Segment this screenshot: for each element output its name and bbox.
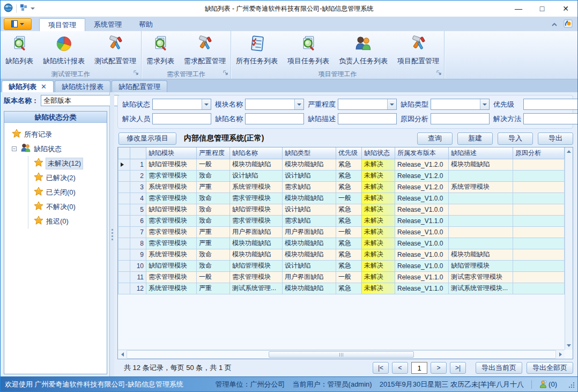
filter-select-严重程度[interactable] [338, 99, 397, 110]
dialog-launcher-icon[interactable] [436, 70, 442, 77]
chevron-down-icon[interactable] [202, 99, 211, 109]
ribbon-tab-系统管理[interactable]: 系统管理 [85, 18, 130, 31]
filter-select-优先级[interactable] [523, 99, 577, 110]
filter-input-原因分析[interactable] [431, 113, 490, 124]
需求配置管理-button[interactable]: 需求配置管理 [179, 33, 231, 68]
filter-input-缺陷名称[interactable] [245, 113, 304, 124]
项目配置管理-button[interactable]: 项目配置管理 [392, 33, 444, 68]
table-row[interactable]: 1缺陷管理模块一般模块功能缺陷模块功能缺陷紧急未解决Release_V1.2.0… [118, 159, 565, 170]
collapse-ribbon-icon[interactable] [551, 20, 558, 29]
column-header-原因分析[interactable]: 原因分析 [513, 147, 565, 159]
ribbon-tab-项目管理[interactable]: 项目管理 [39, 18, 85, 31]
导出-button[interactable]: 导出 [538, 132, 573, 145]
doc-tab-缺陷配置管理[interactable]: 缺陷配置管理 [112, 80, 167, 92]
tree-item-缺陷状态[interactable]: −缺陷状态 [12, 142, 105, 156]
column-header-缺陷名称[interactable]: 缺陷名称 [230, 147, 283, 159]
first-page-button[interactable]: |< [373, 362, 389, 374]
layout-toggle-icon[interactable] [20, 4, 27, 13]
doc-tab-缺陷统计报表[interactable]: 缺陷统计报表 [55, 80, 110, 92]
column-header-缺陷模块[interactable]: 缺陷模块 [146, 147, 197, 159]
scroll-up-icon[interactable] [565, 147, 573, 156]
tree-item-推迟(0)[interactable]: 推迟(0) [34, 214, 105, 228]
column-header-缺陷状态[interactable]: 缺陷状态 [362, 147, 395, 159]
last-page-button[interactable]: >| [450, 362, 466, 374]
collapse-expander-icon[interactable]: − [12, 146, 17, 151]
table-row[interactable]: 7需求管理模块严重用户界面缺陷用户界面缺陷一般未解决Release_V1.0.0 [118, 226, 565, 238]
column-header-所属发布版本[interactable]: 所属发布版本 [395, 147, 449, 159]
项目任务列表-button[interactable]: 项目任务列表 [283, 33, 334, 68]
chevron-down-icon[interactable] [387, 99, 396, 109]
缺陷列表-button[interactable]: 缺陷列表 [1, 33, 38, 68]
close-tab-icon[interactable]: ✕ [41, 83, 47, 91]
filter-select-value[interactable] [524, 99, 577, 109]
filter-select-value[interactable] [431, 99, 480, 109]
filter-select-value[interactable] [246, 99, 294, 109]
新建-button[interactable]: 新建 [457, 132, 493, 145]
column-header-优先级[interactable]: 优先级 [336, 147, 362, 159]
modify-display-items-button[interactable]: 修改显示项目 [118, 132, 176, 145]
chevron-down-icon[interactable] [294, 99, 303, 109]
scroll-down-icon[interactable] [565, 342, 573, 350]
minimize-button[interactable]: — [507, 1, 530, 16]
filter-input-缺陷描述[interactable] [338, 113, 397, 124]
table-row[interactable]: 2需求管理模块致命设计缺陷设计缺陷紧急未解决Release_V1.2.0 [118, 170, 565, 181]
测试配置管理-button[interactable]: 测试配置管理 [90, 33, 141, 68]
dialog-launcher-icon[interactable] [223, 70, 228, 77]
row-number: 2 [130, 170, 146, 181]
filter-select-value[interactable] [338, 99, 387, 109]
filter-input-解决人员[interactable] [152, 113, 211, 124]
tree-item-未解决(12)[interactable]: 未解决(12) [34, 156, 105, 171]
缺陷统计报表-button[interactable]: 缺陷统计报表 [38, 33, 90, 68]
column-header-缺陷类型[interactable]: 缺陷类型 [283, 147, 336, 159]
dialog-launcher-icon[interactable] [134, 70, 139, 77]
filter-select-value[interactable] [153, 99, 202, 109]
scroll-right-icon[interactable] [556, 350, 565, 359]
maximize-button[interactable]: □ [530, 1, 554, 16]
ribbon-tab-帮助[interactable]: 帮助 [130, 18, 161, 31]
scrollbar-thumb[interactable] [269, 351, 414, 358]
tree-item-已解决(2)[interactable]: 已解决(2) [34, 171, 105, 185]
table-row[interactable]: 10缺陷管理模块致命缺陷管理模块设计缺陷紧急未解决Release_V1.0.0缺… [118, 260, 565, 271]
table-row[interactable]: 6需求管理模块致命需求管理模块需求缺陷紧急未解决Release_V1.1.0 [118, 215, 565, 226]
chevron-down-icon[interactable] [480, 99, 489, 109]
resize-grip[interactable] [569, 382, 574, 389]
导入-button[interactable]: 导入 [498, 132, 533, 145]
filter-select-缺陷类型[interactable] [431, 99, 490, 110]
filter-input-解决方法[interactable] [523, 113, 577, 124]
tree-item-所有记录[interactable]: 所有记录 [12, 127, 105, 142]
next-page-button[interactable]: > [431, 362, 447, 374]
qat-dropdown-icon[interactable] [31, 8, 35, 10]
column-header-blank[interactable] [130, 147, 146, 159]
page-number-input[interactable] [411, 362, 427, 374]
horizontal-scrollbar[interactable] [118, 350, 565, 359]
table-row[interactable]: 3系统管理模块严重系统管理模块需求缺陷紧急未解决Release_V1.2.0系统… [118, 181, 565, 193]
负责人任务列表-button[interactable]: 负责人任务列表 [334, 33, 392, 68]
tree-item-不解决(0)[interactable]: 不解决(0) [34, 199, 105, 214]
table-row[interactable]: 9系统管理模块致命模块功能缺陷模块功能缺陷紧急未解决Release_V1.0.0… [118, 249, 565, 260]
table-row[interactable]: 12系统管理模块严重测试系统管理...模块功能缺陷紧急未解决Release_V1… [118, 283, 565, 294]
export-all-pages-button[interactable]: 导出全部页 [527, 362, 573, 374]
vertical-scrollbar[interactable] [565, 147, 573, 350]
prev-page-button[interactable]: < [392, 362, 408, 374]
查询-button[interactable]: 查询 [417, 132, 453, 145]
tree-item-已关闭(0)[interactable]: 已关闭(0) [34, 185, 105, 199]
column-header-缺陷描述[interactable]: 缺陷描述 [449, 147, 513, 159]
table-row[interactable]: 5缺陷管理模块致命缺陷管理模块设计缺陷紧急未解决Release_V1.0.0 [118, 204, 565, 215]
column-header-blank[interactable] [118, 147, 130, 159]
需求列表-button[interactable]: 需求列表 [142, 33, 179, 68]
export-current-page-button[interactable]: 导出当前页 [476, 362, 522, 374]
所有任务列表-button[interactable]: 所有任务列表 [231, 33, 283, 68]
messages-icon[interactable]: (0) [539, 380, 557, 388]
doc-tab-缺陷列表[interactable]: 缺陷列表✕ [2, 80, 54, 92]
table-row[interactable]: 4需求管理模块致命需求管理模块模块功能缺陷一般未解决Release_V1.0.0 [118, 193, 565, 204]
about-icon[interactable] [564, 19, 573, 31]
splitter-handle[interactable] [110, 92, 114, 376]
column-header-严重程度[interactable]: 严重程度 [197, 147, 230, 159]
table-row[interactable]: 11需求管理模块一般需求管理模块用户界面缺陷一般未解决Release_V1.1.… [118, 271, 565, 283]
app-menu-button[interactable] [4, 18, 32, 30]
filter-select-缺陷状态[interactable] [152, 99, 211, 110]
table-row[interactable]: 8需求管理模块严重模块功能缺陷模块功能缺陷紧急未解决Release_V1.0.0 [118, 238, 565, 249]
filter-select-模块名称[interactable] [245, 99, 304, 110]
scroll-left-icon[interactable] [118, 350, 127, 359]
close-button[interactable]: ✕ [554, 1, 577, 16]
